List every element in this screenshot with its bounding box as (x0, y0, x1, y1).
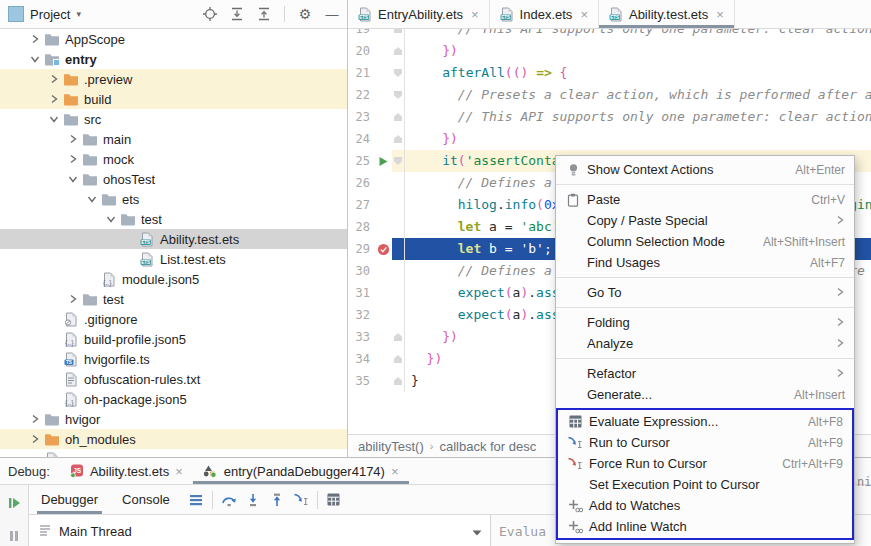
line-number[interactable]: 29 (348, 238, 374, 260)
tree-item-oh-modules[interactable]: oh_modules (0, 429, 347, 449)
close-tab-icon[interactable]: × (391, 464, 399, 479)
tree-item-src[interactable]: src (0, 109, 347, 129)
line-number[interactable]: 32 (348, 304, 374, 326)
line-number[interactable]: 24 (348, 128, 374, 150)
tree-item-main[interactable]: main (0, 129, 347, 149)
chevron-down-icon[interactable] (103, 211, 119, 227)
run-to-cursor-tool-button[interactable] (289, 489, 313, 511)
tree-item-build-profile-json5[interactable]: {..}build-profile.json5 (0, 329, 347, 349)
tab-console[interactable]: Console (110, 485, 182, 514)
breadcrumb-item[interactable]: callback for desc (439, 439, 536, 454)
fold-marker-icon[interactable] (392, 128, 405, 150)
fold-marker-icon[interactable] (392, 29, 405, 40)
chevron-right-icon[interactable] (46, 91, 62, 107)
fold-marker-icon[interactable] (392, 326, 405, 348)
crosshair-button[interactable] (201, 5, 219, 23)
menu-item-set-execution-point-to-cursor[interactable]: Set Execution Point to Cursor (558, 474, 852, 495)
code-line-24[interactable]: 24}) (348, 128, 871, 150)
menu-item-analyze[interactable]: Analyze (556, 333, 854, 354)
code-line-23[interactable]: 23// This API supports only one paramete… (348, 106, 871, 128)
tree-item[interactable]: {..} (0, 449, 347, 457)
line-number[interactable]: 27 (348, 194, 374, 216)
debug-session-tab-entry-pandadebugger4174-[interactable]: entry(PandaDebugger4174)× (193, 458, 409, 484)
dropdown-arrow-icon[interactable] (472, 524, 482, 539)
menu-item-force-run-to-cursor[interactable]: Force Run to CursorCtrl+Alt+F9 (558, 453, 852, 474)
thread-selector[interactable]: Main Thread (29, 515, 491, 546)
close-tab-icon[interactable]: × (714, 7, 724, 22)
tree-item-build[interactable]: build (0, 89, 347, 109)
line-number[interactable]: 22 (348, 84, 374, 106)
tree-item-hvigor[interactable]: hvigor (0, 409, 347, 429)
breakpoint-icon[interactable] (374, 243, 392, 256)
chevron-right-icon[interactable] (65, 151, 81, 167)
chevron-right-icon[interactable] (65, 291, 81, 307)
step-out-button[interactable] (265, 489, 289, 511)
debug-session-tab-ability-test-ets[interactable]: JSAbility.test.ets× (60, 458, 193, 484)
tree-item-test[interactable]: test (0, 209, 347, 229)
code-line-22[interactable]: 22// Presets a clear action, which is pe… (348, 84, 871, 106)
gear-button[interactable]: ⚙ (296, 5, 314, 23)
tree-item-hvigorfile-ts[interactable]: TShvigorfile.ts (0, 349, 347, 369)
line-number[interactable]: 28 (348, 216, 374, 238)
menu-item-go-to[interactable]: Go To (556, 282, 854, 303)
tree-item--gitignore[interactable]: .gitignore (0, 309, 347, 329)
close-tab-icon[interactable]: × (175, 464, 183, 479)
evaluate-button[interactable] (322, 489, 346, 511)
tree-item--preview[interactable]: .preview (0, 69, 347, 89)
fold-marker-icon[interactable] (392, 106, 405, 128)
pause-button[interactable] (2, 525, 26, 546)
menu-item-add-to-watches[interactable]: Add to Watches (558, 495, 852, 516)
fold-marker-icon[interactable] (392, 150, 405, 172)
menu-item-column-selection-mode[interactable]: Column Selection ModeAlt+Shift+Insert (556, 231, 854, 252)
menu-item-copy-paste-special[interactable]: Copy / Paste Special (556, 210, 854, 231)
step-into-button[interactable] (241, 489, 265, 511)
line-number[interactable]: 30 (348, 260, 374, 282)
expand-all-button[interactable] (228, 5, 246, 23)
tab-debugger[interactable]: Debugger (29, 485, 110, 514)
code-line-19[interactable]: 19// This API supports only one paramete… (348, 29, 871, 40)
line-number[interactable]: 31 (348, 282, 374, 304)
menu-item-show-context-actions[interactable]: Show Context ActionsAlt+Enter (556, 159, 854, 180)
step-over-button[interactable] (217, 489, 241, 511)
menu-item-evaluate-expression[interactable]: Evaluate Expression...Alt+F8 (558, 411, 852, 432)
line-number[interactable]: 34 (348, 348, 374, 370)
line-number[interactable]: 25 (348, 150, 374, 172)
menu-item-add-inline-watch[interactable]: Add Inline Watch (558, 516, 852, 537)
close-tab-icon[interactable]: × (469, 7, 479, 22)
fold-marker-icon[interactable] (392, 84, 405, 106)
tree-item-test[interactable]: test (0, 289, 347, 309)
fold-marker-icon[interactable] (392, 62, 405, 84)
tree-item-list-test-ets[interactable]: ETSList.test.ets (0, 249, 347, 269)
menu-lines-button[interactable] (184, 489, 208, 511)
editor-tab-entryability-ets[interactable]: ETSEntryAbility.ets× (348, 0, 490, 28)
line-number[interactable]: 26 (348, 172, 374, 194)
menu-item-folding[interactable]: Folding (556, 312, 854, 333)
line-number[interactable]: 19 (348, 29, 374, 40)
tree-item-oh-package-json5[interactable]: {..}oh-package.json5 (0, 389, 347, 409)
editor-tab-index-ets[interactable]: ETSIndex.ets× (490, 0, 599, 28)
chevron-right-icon[interactable] (27, 431, 43, 447)
run-test-icon[interactable] (374, 156, 392, 167)
menu-item-generate[interactable]: Generate...Alt+Insert (556, 384, 854, 405)
line-number[interactable]: 20 (348, 40, 374, 62)
menu-item-run-to-cursor[interactable]: Run to CursorAlt+F9 (558, 432, 852, 453)
chevron-down-icon[interactable] (46, 111, 62, 127)
line-number[interactable]: 21 (348, 62, 374, 84)
tree-item-appscope[interactable]: AppScope (0, 29, 347, 49)
chevron-right-icon[interactable] (27, 31, 43, 47)
fold-marker-icon[interactable] (392, 370, 405, 392)
code-line-21[interactable]: 21afterAll(() => { (348, 62, 871, 84)
chevron-down-icon[interactable] (27, 51, 43, 67)
tree-item-module-json5[interactable]: {..}module.json5 (0, 269, 347, 289)
evaluate-expression-input[interactable]: Evalua (491, 524, 546, 539)
tree-item-ohostest[interactable]: ohosTest (0, 169, 347, 189)
line-number[interactable]: 23 (348, 106, 374, 128)
fold-marker-icon[interactable] (392, 40, 405, 62)
breadcrumb-item[interactable]: abilityTest() (358, 439, 424, 454)
tree-item-ets[interactable]: ets (0, 189, 347, 209)
resume-button[interactable] (2, 492, 26, 514)
project-view-selector[interactable]: Project ▾ (8, 6, 81, 22)
tree-item-ability-test-ets[interactable]: ETSAbility.test.ets (0, 229, 347, 249)
editor-tab-ability-test-ets[interactable]: ETSAbility.test.ets× (599, 0, 735, 28)
menu-item-refactor[interactable]: Refactor (556, 363, 854, 384)
